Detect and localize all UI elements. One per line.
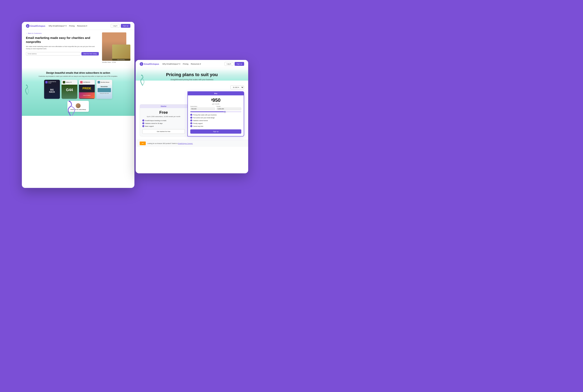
currency-dropdown[interactable]: $ USD ▾ £ GBP € EUR bbox=[230, 86, 244, 89]
teal-section-desc: Customise any template to match your web… bbox=[26, 76, 130, 77]
left-navbar: EmailOctopus Why EmailOctopus? ▾ Pricing… bbox=[22, 22, 134, 30]
logo-icon bbox=[26, 24, 29, 28]
left-logo: EmailOctopus bbox=[26, 24, 45, 28]
secondary-image: CSA Community... bbox=[112, 44, 130, 61]
template-card-2: Gallery 44 G44 bbox=[61, 80, 77, 99]
template-name-1: The Big Hack by Scope bbox=[48, 81, 59, 84]
right-nav-links: Why EmailOctopus? ▾ Pricing Resources ▾ bbox=[162, 63, 221, 65]
starter-features-list: ✓ EmailOctopus branding on emails ✓ Stat… bbox=[142, 120, 185, 127]
subscribers-slider-group: Subscribers 500,000 bbox=[190, 106, 215, 110]
pro-feature-5: ✓ Cancel any time bbox=[190, 125, 241, 127]
subscribers-value: 500,000 bbox=[190, 108, 215, 110]
seaweed-decoration-1 bbox=[25, 84, 30, 96]
purple-seaweed bbox=[66, 100, 77, 116]
pro-check-icon-2: ✓ bbox=[190, 117, 192, 119]
currency-selector-container: $ USD ▾ £ GBP € EUR bbox=[136, 84, 248, 89]
template-img-2: G44 bbox=[61, 85, 77, 99]
emails-value: 5,000,000 bbox=[217, 108, 241, 110]
left-hero-section: ← Back to Customers Email marketing made… bbox=[22, 30, 134, 66]
pro-check-icon-3: ✓ bbox=[190, 120, 192, 122]
template-img-1: BIGHACK bbox=[44, 85, 60, 99]
pro-check-icon-5: ✓ bbox=[190, 125, 192, 127]
pricing-hero-section: Pricing plans to suit you Straightforwar… bbox=[136, 68, 248, 80]
teal-section-title: Design beautiful emails that drive subsc… bbox=[26, 72, 130, 74]
nav-link-why[interactable]: Why EmailOctopus? ▾ bbox=[48, 25, 67, 27]
pricing-subtitle: Straightforward pricing that scales with… bbox=[140, 78, 243, 80]
pro-feature-label-1: Pricing that scales with your business bbox=[193, 114, 217, 116]
slider-fill bbox=[190, 111, 226, 112]
back-link[interactable]: ← Back to Customers bbox=[26, 32, 99, 34]
hero-text-block: ← Back to Customers Email marketing made… bbox=[26, 32, 99, 56]
email-signup-form: Start for free today bbox=[26, 52, 99, 56]
pro-cta-button[interactable]: Sign up bbox=[190, 130, 241, 134]
starter-feature-label-3: Basic support bbox=[145, 126, 154, 127]
pro-feature-label-5: Cancel any time bbox=[193, 126, 203, 127]
slider-row: Subscribers 500,000 Emails 5,000,000 bbox=[190, 106, 241, 110]
autumn-overlay bbox=[112, 44, 130, 61]
pro-badge: Pro bbox=[188, 92, 244, 95]
template-img-3: PRIDE Online Exhibition bbox=[79, 85, 95, 99]
template-img-4: Newsletter Going the extra mile bbox=[96, 85, 112, 99]
right-nav-pricing[interactable]: Pricing bbox=[183, 63, 188, 65]
starter-cta-button[interactable]: Get started for free bbox=[142, 129, 185, 134]
template-name-4: Dorothy House bbox=[101, 82, 109, 83]
template-name-3: OUTREACH bbox=[83, 82, 90, 83]
left-nav-links: Why EmailOctopus? ▾ Pricing Resources ▾ bbox=[48, 25, 107, 27]
check-icon-1: ✓ bbox=[142, 120, 144, 122]
starter-feature-2: ✓ Statistics stored for 30 days bbox=[142, 122, 185, 124]
left-login-button[interactable]: Log in bbox=[111, 24, 120, 28]
right-logo: EmailOctopus bbox=[140, 62, 159, 66]
aws-connect-link[interactable]: EmailOctopus Connect. bbox=[178, 143, 193, 144]
check-icon-2: ✓ bbox=[142, 122, 144, 124]
aws-logo: aws bbox=[140, 142, 146, 145]
teal-section: Design beautiful emails that drive subsc… bbox=[22, 68, 134, 116]
left-browser-window: EmailOctopus Why EmailOctopus? ▾ Pricing… bbox=[22, 22, 134, 188]
pro-feature-4: ✓ Priority support bbox=[190, 122, 241, 124]
pro-features-list: ✓ Pricing that scales with your business… bbox=[190, 114, 241, 127]
pro-feature-1: ✓ Pricing that scales with your business bbox=[190, 114, 241, 116]
starter-feature-label-1: EmailOctopus branding on emails bbox=[145, 120, 166, 121]
aws-logo-text: aws bbox=[142, 143, 143, 144]
starter-plan-card: Starter Free Up to 2,500 subscribers, 10… bbox=[140, 104, 187, 136]
left-signup-button[interactable]: Sign up bbox=[121, 24, 130, 28]
pro-plan-card: Pro $950 per month Subscribers 500,000 E… bbox=[187, 91, 244, 136]
right-signup-button[interactable]: Sign up bbox=[235, 62, 244, 66]
svg-point-1 bbox=[27, 26, 28, 27]
right-nav-why[interactable]: Why EmailOctopus? ▾ bbox=[162, 63, 180, 65]
slider-thumb[interactable] bbox=[224, 111, 226, 113]
starter-price: Free bbox=[142, 110, 185, 115]
right-navbar: EmailOctopus Why EmailOctopus? ▾ Pricing… bbox=[136, 60, 248, 68]
starter-feature-1: ✓ EmailOctopus branding on emails bbox=[142, 120, 185, 122]
pricing-cards-container: Starter Free Up to 2,500 subscribers, 10… bbox=[136, 89, 248, 140]
hero-description: We make email marketing easier and more … bbox=[26, 45, 99, 50]
right-browser-window: EmailOctopus Why EmailOctopus? ▾ Pricing… bbox=[136, 60, 248, 173]
email-templates-grid: The Big Hack by Scope BIGHACK Gallery 44… bbox=[26, 80, 130, 99]
starter-feature-label-2: Statistics stored for 30 days bbox=[145, 123, 162, 124]
nav-link-pricing[interactable]: Pricing bbox=[69, 25, 75, 27]
aws-footer-bar: aws Looking for our Amazon SES product? … bbox=[136, 140, 248, 147]
secondary-badge: CSA Community... bbox=[112, 59, 130, 61]
pro-feature-3: ✓ Statistics stored forever bbox=[190, 120, 241, 122]
template-card-1: The Big Hack by Scope BIGHACK bbox=[44, 80, 60, 99]
emails-label: Emails bbox=[217, 106, 241, 107]
pro-price-amount: 950 bbox=[212, 98, 220, 103]
pro-sliders: Subscribers 500,000 Emails 5,000,000 bbox=[190, 106, 241, 112]
price-slider-track[interactable] bbox=[190, 111, 241, 112]
email-input[interactable] bbox=[26, 52, 80, 56]
template-name-2: Gallery 44 bbox=[66, 82, 72, 83]
left-logo-text: EmailOctopus bbox=[30, 25, 45, 27]
right-login-button[interactable]: Log in bbox=[224, 62, 233, 66]
pro-check-icon-1: ✓ bbox=[190, 114, 192, 116]
cta-button[interactable]: Start for free today bbox=[81, 52, 99, 56]
pricing-seaweed-decoration bbox=[140, 74, 145, 86]
person-caption: Jennifer Gixia · CCSA bbox=[102, 62, 130, 63]
left-nav-actions: Log in Sign up bbox=[111, 24, 130, 28]
pro-feature-label-3: Statistics stored forever bbox=[193, 120, 208, 121]
starter-description: Up to 2,500 subscribers, 10,000 emails p… bbox=[142, 116, 185, 118]
template-card-3: OUTREACH PRIDE Online Exhibition bbox=[79, 80, 95, 99]
pro-price-container: $950 per month bbox=[190, 98, 241, 105]
right-nav-resources[interactable]: Resources ▾ bbox=[191, 63, 201, 65]
nav-link-resources[interactable]: Resources ▾ bbox=[77, 25, 87, 27]
pro-feature-label-4: Priority support bbox=[193, 123, 203, 124]
starter-badge: Starter bbox=[140, 104, 187, 108]
